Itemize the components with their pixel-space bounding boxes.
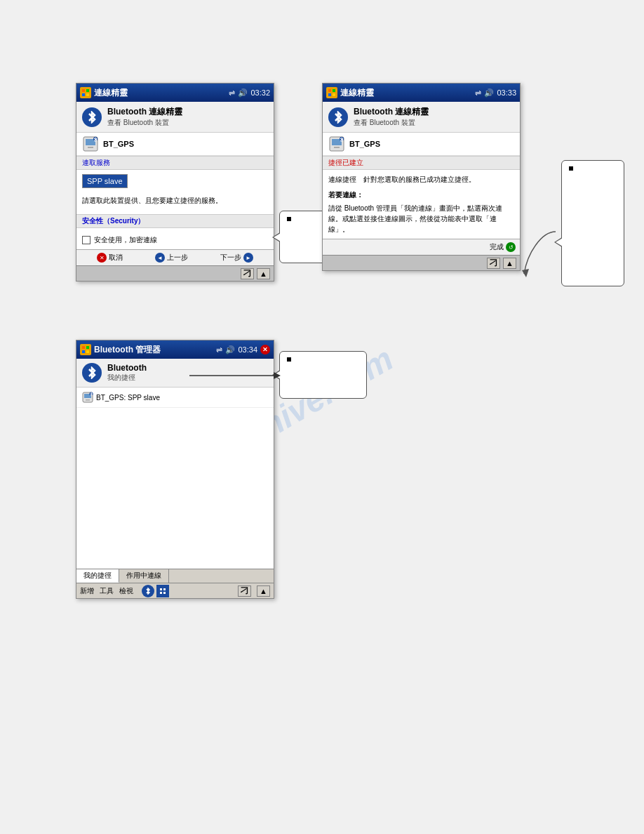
screen1-section-security: 安全性（Security） (76, 214, 274, 228)
screen2-speech-bubble (561, 160, 624, 286)
screen2-bottombar: 完成 ↺ (323, 239, 520, 255)
screen1-content-text: 請選取此裝置提供、且您要建立捷徑的服務。 (82, 196, 268, 206)
screen2-bt-subtitle: 查看 Bluetooth 裝置 (354, 118, 429, 128)
screen1-bottombar: ✕ 取消 ◄ 上一步 下一步 ► (76, 249, 274, 265)
screen2-taskbar: 刁 ▲ (323, 255, 520, 270)
screen1-service-item[interactable]: SPP slave (82, 174, 128, 188)
screen1-volume-icon: 🔊 (238, 88, 248, 98)
screen2-bt-icon (328, 107, 348, 127)
screen3-menubar: 新增 工具 檢視 刁 (76, 583, 274, 598)
screen3-bt-icon (82, 363, 102, 383)
screen3-menu-icons (142, 585, 169, 597)
screen2-start-icon[interactable] (326, 87, 337, 98)
screen3-speech-bubble (279, 351, 367, 399)
screen2-taskbar-btn1[interactable]: 刁 (487, 258, 500, 269)
screen2-device-name: BT_GPS (349, 140, 380, 148)
screen3-bt-title: Bluetooth (107, 363, 147, 373)
svg-rect-20 (86, 350, 89, 353)
screen3-menu-new[interactable]: 新增 (80, 586, 94, 596)
screen1-next-button[interactable]: 下一步 ► (220, 253, 253, 263)
next-icon: ► (243, 253, 253, 263)
screen1-bt-header-text: Bluetooth 連線精靈 查看 Bluetooth 裝置 (107, 106, 182, 128)
screen3-menu-tools[interactable]: 工具 (100, 586, 114, 596)
screen1-title: 連線精靈 (94, 87, 128, 99)
screen1-start-icon[interactable] (80, 87, 91, 98)
screen3-taskbar-btn2[interactable]: ▲ (257, 585, 270, 597)
screen1-bt-icon (82, 107, 102, 127)
screen2-section-shortcut: 捷徑已建立 (323, 156, 520, 170)
screen3-grid-icon[interactable] (156, 585, 169, 597)
screen3-menu-view[interactable]: 檢視 (119, 586, 133, 596)
svg-rect-0 (82, 89, 85, 92)
screen2-bt-header-text: Bluetooth 連線精靈 查看 Bluetooth 裝置 (354, 106, 429, 128)
screen2-content-line1: 連線捷徑 針對您選取的服務已成功建立捷徑。 (328, 174, 514, 185)
screen2-titlebar: 連線精靈 ⇌ 🔊 03:33 (323, 84, 520, 102)
screen3-titlebar: Bluetooth 管理器 ⇌ 🔊 03:34 ✕ (76, 340, 274, 359)
screen2-titlebar-left: 連線精靈 (326, 87, 374, 99)
screen3-tabs: 我的捷徑 作用中連線 (76, 569, 274, 583)
svg-rect-25 (160, 588, 162, 590)
svg-marker-16 (522, 269, 529, 277)
screen3-main-area (76, 407, 274, 569)
svg-rect-1 (86, 89, 89, 92)
screen2-content: 連線捷徑 針對您選取的服務已成功建立捷徑。 若要連線： 請從 Bluetooth… (323, 170, 520, 239)
screen2: 連線精靈 ⇌ 🔊 03:33 Bluetooth 連線精靈 查看 Bluetoo… (322, 83, 521, 271)
screen3-bt-subtitle: 我的捷徑 (107, 373, 147, 383)
screen2-device-row: BT_GPS (323, 133, 520, 156)
svg-rect-10 (328, 93, 331, 96)
screen2-bt-header: Bluetooth 連線精靈 查看 Bluetooth 裝置 (323, 102, 520, 133)
screen1-cancel-button[interactable]: ✕ 取消 (97, 253, 123, 263)
screen3-bt-menu-icon[interactable] (142, 585, 154, 597)
screen2-title: 連線精靈 (340, 87, 374, 99)
screen2-time: 03:33 (497, 88, 516, 97)
screen1-titlebar-right: ⇌ 🔊 03:32 (229, 88, 270, 98)
screen3-device-text: BT_GPS: SPP slave (96, 394, 160, 402)
svg-rect-19 (82, 350, 85, 353)
screen3-arrow (186, 358, 284, 393)
prev-icon: ◄ (155, 253, 165, 263)
screen3-taskbar-btn1[interactable]: 刁 (238, 585, 251, 597)
screen1-taskbar: 刁 ▲ (76, 265, 274, 281)
finish-icon: ↺ (506, 242, 516, 252)
svg-rect-11 (333, 93, 335, 96)
screen1-bt-title: Bluetooth 連線精靈 (107, 106, 182, 118)
screen3-title: Bluetooth 管理器 (94, 344, 161, 356)
screen3-volume-icon: 🔊 (225, 345, 235, 355)
screen1-taskbar-btn2[interactable]: ▲ (257, 268, 270, 279)
screen1-titlebar: 連線精靈 ⇌ 🔊 03:32 (76, 84, 274, 102)
screen2-content-line3: 請從 Bluetooth 管理員「我的連線」畫面中，點選兩次連線。或點選並接住連… (328, 203, 514, 234)
screen3-time: 03:34 (238, 345, 257, 354)
screen1-security-content: 安全使用，加密連線 (76, 228, 274, 249)
screen1: 連線精靈 ⇌ 🔊 03:32 Bluetooth 連線精靈 查看 Bluetoo… (76, 83, 274, 282)
screen2-bt-title: Bluetooth 連線精靈 (354, 106, 429, 118)
svg-rect-18 (86, 346, 89, 349)
screen2-titlebar-right: ⇌ 🔊 03:33 (475, 88, 516, 98)
screen2-signal-icon: ⇌ (475, 88, 481, 98)
screen1-taskbar-btn1[interactable]: 刁 (241, 268, 254, 279)
screen2-content-line2: 若要連線： (328, 190, 514, 200)
screen3-tab2[interactable]: 作用中連線 (119, 569, 169, 583)
screen2-taskbar-btn2[interactable]: ▲ (503, 258, 516, 269)
svg-rect-3 (86, 93, 89, 96)
svg-rect-26 (163, 588, 166, 590)
screen1-security-label: 安全使用，加密連線 (94, 235, 157, 245)
screen1-security-checkbox[interactable] (82, 236, 90, 244)
screen3-tab1[interactable]: 我的捷徑 (76, 569, 119, 583)
svg-rect-2 (82, 93, 85, 96)
svg-rect-6 (88, 147, 93, 148)
screen1-titlebar-left: 連線精靈 (80, 87, 128, 99)
page-container: manualshive.com 連線精靈 ⇌ 🔊 03:32 (0, 0, 644, 834)
screen1-service-box-wrapper: SPP slave (82, 174, 268, 192)
screen2-volume-icon: 🔊 (484, 88, 494, 98)
screen3-titlebar-left: Bluetooth 管理器 (80, 344, 161, 356)
svg-rect-14 (334, 147, 340, 148)
screen2-finish-button[interactable]: 完成 ↺ (490, 242, 516, 252)
svg-rect-8 (328, 89, 331, 92)
screen3-start-icon[interactable] (80, 344, 91, 355)
svg-marker-29 (274, 372, 281, 379)
screen1-prev-button[interactable]: ◄ 上一步 (155, 253, 188, 263)
screen1-content: SPP slave 請選取此裝置提供、且您要建立捷徑的服務。 (76, 170, 274, 214)
screen3-close-button[interactable]: ✕ (260, 345, 270, 355)
svg-rect-27 (160, 592, 162, 594)
screen3-titlebar-right: ⇌ 🔊 03:34 ✕ (216, 345, 270, 355)
